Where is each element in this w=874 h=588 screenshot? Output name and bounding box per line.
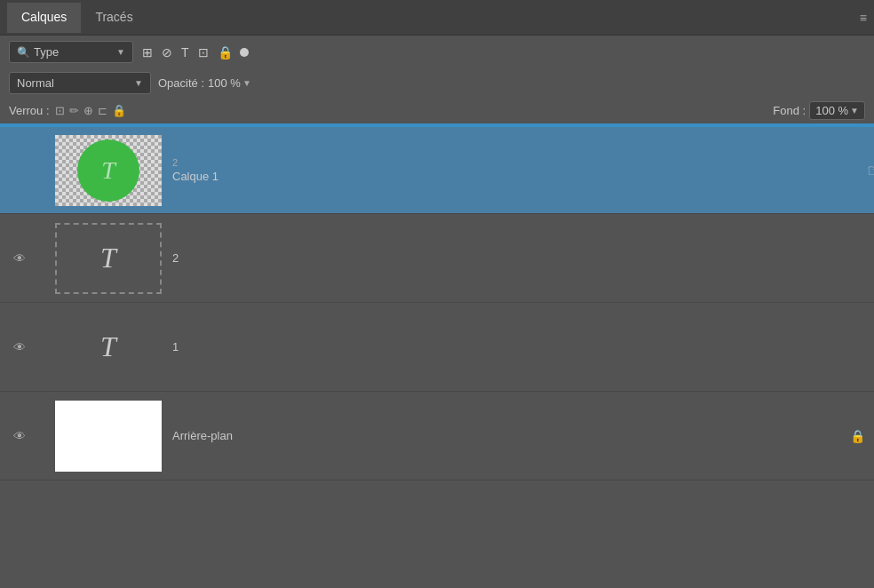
chevron-down-icon: ▼	[116, 47, 125, 57]
lock-all-icon[interactable]: 🔒	[112, 104, 126, 117]
layer-row[interactable]: 👁 Arrière-plan 🔒	[0, 392, 874, 481]
cursor-icon: ☞	[867, 160, 874, 181]
tab-calques[interactable]: Calques	[7, 3, 81, 33]
layer-row[interactable]: 👁 T 2	[0, 214, 874, 303]
layer-lock-icon: 🔒	[850, 429, 865, 443]
layer-visibility-toggle[interactable]: 👁	[9, 429, 30, 443]
lock-artboard-icon[interactable]: ⊏	[98, 104, 107, 117]
lock-filter-icon[interactable]: 🔒	[216, 44, 234, 61]
lock-transparent-icon[interactable]: ⊡	[55, 104, 65, 117]
layer-name-text: 1	[172, 340, 179, 354]
layer-number: 2	[172, 157, 865, 168]
layer-name-text: Arrière-plan	[172, 429, 233, 442]
opacity-label: Opacité :	[158, 76, 204, 90]
eye-icon[interactable]: 👁	[13, 251, 26, 266]
blend-chevron-icon: ▼	[134, 78, 143, 88]
fond-chevron-icon[interactable]: ▼	[850, 106, 859, 115]
text-filter-icon[interactable]: T	[179, 44, 191, 61]
white-background-thumb	[55, 401, 162, 472]
filter-icons: ⊞ ⊘ T ⊡ 🔒	[140, 44, 249, 61]
shape-filter-icon[interactable]: ⊡	[196, 44, 211, 61]
image-filter-icon[interactable]: ⊞	[140, 44, 155, 61]
eye-icon[interactable]: 👁	[13, 340, 26, 354]
type-dropdown-label: Type	[34, 45, 59, 59]
layer-name-text: Calque 1	[172, 170, 218, 183]
layer-name: 1	[172, 340, 865, 354]
dot-icon	[240, 48, 249, 57]
layer-list: T 2 Calque 1 ☞ 👁 T 2	[0, 125, 874, 588]
blend-mode-dropdown[interactable]: Normal ▼	[9, 72, 151, 94]
opacity-chevron-icon[interactable]: ▼	[242, 78, 251, 88]
type-dropdown[interactable]: 🔍 Type ▼	[9, 41, 133, 63]
layer-thumbnail: T	[55, 223, 162, 294]
layer-thumbnail: T	[55, 135, 162, 206]
layer-row[interactable]: T 2 Calque 1 ☞	[0, 125, 874, 214]
tab-traces[interactable]: Tracés	[81, 3, 147, 33]
layer-thumbnail: T	[55, 312, 162, 383]
blend-mode-label: Normal	[17, 76, 54, 90]
layers-panel: Calques Tracés ≡ 🔍 Type ▼ ⊞ ⊘ T ⊡ 🔒 Norm…	[0, 0, 874, 588]
opacity-value[interactable]: 100 % ▼	[208, 76, 251, 90]
fond-value-dropdown[interactable]: 100 % ▼	[809, 101, 865, 120]
text-layer-icon: T	[100, 330, 116, 363]
tab-bar: Calques Tracés ≡	[0, 0, 874, 36]
layer-name-text: 2	[172, 251, 179, 265]
lock-move-icon[interactable]: ⊕	[83, 104, 93, 117]
text-layer-icon: T	[100, 242, 116, 274]
lock-icons-group: ⊡ ✏ ⊕ ⊏ 🔒	[55, 104, 126, 117]
search-icon: 🔍	[17, 46, 30, 59]
circle-filter-icon[interactable]: ⊘	[160, 44, 174, 61]
toolbar-row2: Normal ▼ Opacité : 100 % ▼	[0, 68, 874, 98]
layer-name: Arrière-plan	[172, 429, 850, 442]
layer-visibility-toggle[interactable]: 👁	[9, 251, 30, 266]
opacity-group: Opacité : 100 % ▼	[158, 76, 251, 90]
eye-icon[interactable]: 👁	[13, 429, 26, 443]
verrou-label: Verrou :	[9, 104, 50, 117]
layer-row[interactable]: 👁 T 1	[0, 303, 874, 392]
layer-thumb-inner: T	[55, 135, 162, 206]
layer-thumb-inner: T	[57, 225, 160, 292]
toolbar-row1: 🔍 Type ▼ ⊞ ⊘ T ⊡ 🔒	[0, 36, 874, 68]
green-circle-thumb: T	[77, 139, 139, 202]
layer-thumbnail	[55, 401, 162, 472]
layer-visibility-toggle[interactable]: 👁	[9, 340, 30, 354]
fond-label: Fond :	[773, 104, 806, 117]
fond-group: Fond : 100 % ▼	[773, 101, 865, 120]
layer-name: 2	[172, 251, 865, 265]
layer-name: 2 Calque 1 ☞	[172, 157, 865, 183]
toolbar-row3: Verrou : ⊡ ✏ ⊕ ⊏ 🔒 Fond : 100 % ▼	[0, 98, 874, 125]
layer-thumb-inner: T	[55, 312, 162, 383]
lock-paint-icon[interactable]: ✏	[69, 104, 79, 117]
panel-menu-icon[interactable]: ≡	[860, 11, 867, 25]
